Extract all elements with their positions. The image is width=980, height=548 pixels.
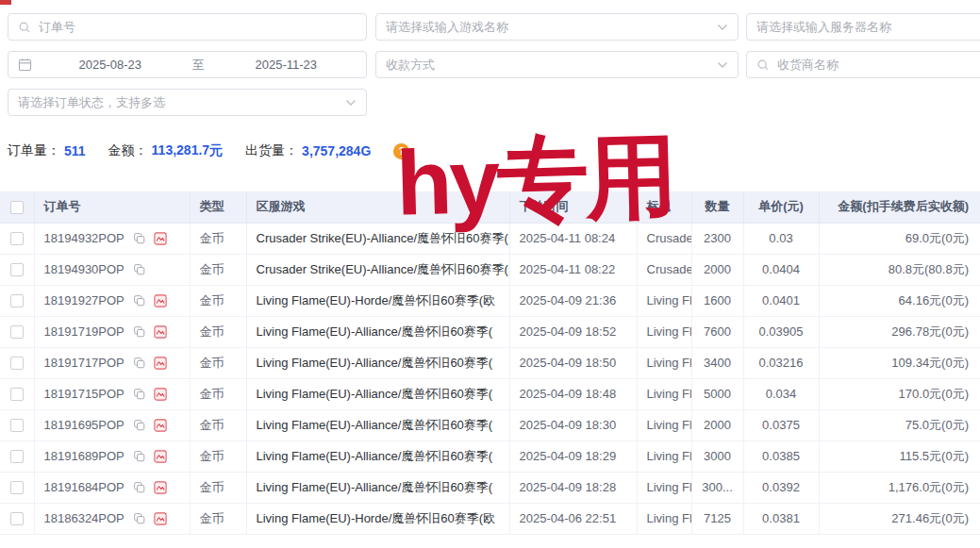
order-time: 2025-04-09 18:52: [520, 324, 617, 339]
image-icon[interactable]: [154, 232, 167, 245]
date-range-picker[interactable]: 2025-08-23 至 2025-11-23: [8, 51, 367, 78]
order-type: 金币: [200, 231, 224, 245]
row-checkbox[interactable]: [10, 357, 24, 370]
order-time: 2025-04-09 18:30: [520, 418, 617, 432]
copy-icon[interactable]: [133, 263, 145, 275]
date-end-value[interactable]: 2025-11-23: [216, 58, 357, 72]
image-icon[interactable]: [154, 481, 167, 494]
image-icon[interactable]: [154, 325, 167, 339]
summary-bar: 订单量：511 金额：113,281.7元 出货量：3,757,284G ?: [8, 142, 409, 159]
payment-method-select[interactable]: 收款方式: [375, 51, 739, 78]
order-type: 金币: [200, 356, 224, 370]
column-header: 金额(扣手续费后实收额): [819, 191, 980, 223]
quantity: 1600: [704, 293, 731, 307]
copy-icon[interactable]: [133, 325, 145, 338]
screenshot-artifact: [0, 0, 11, 5]
amount: 75.0元(0元): [905, 418, 969, 432]
order-number: 18191695POP: [44, 418, 125, 432]
shipment-label: 出货量：: [245, 142, 298, 159]
order-number: 18194930POP: [44, 262, 125, 276]
realm-game: Living Flame(EU)-Alliance/魔兽怀旧60赛季(: [257, 356, 493, 370]
order-number: 18191927POP: [44, 293, 125, 307]
order-count-label: 订单量：: [8, 142, 60, 159]
amount-value: 113,281.7元: [152, 142, 224, 159]
unit-price: 0.0401: [762, 293, 800, 307]
receiver-merchant-field[interactable]: [746, 51, 980, 78]
row-checkbox[interactable]: [10, 388, 24, 401]
copy-icon[interactable]: [133, 357, 145, 369]
amount: 271.46元(0元): [891, 511, 969, 525]
order-time: 2025-04-09 18:28: [520, 480, 617, 494]
unit-price: 0.0375: [762, 418, 800, 432]
column-header: 单价(元): [743, 191, 819, 223]
realm-game: Living Flame(EU)-Alliance/魔兽怀旧60赛季(: [257, 480, 493, 494]
row-checkbox[interactable]: [10, 419, 24, 432]
column-header: 类型: [190, 191, 246, 223]
order-type: 金币: [200, 480, 224, 494]
copy-icon[interactable]: [133, 232, 145, 244]
realm-game: Crusader Strike(EU)-Alliance/魔兽怀旧60赛季(: [257, 262, 508, 276]
image-icon[interactable]: [154, 388, 167, 401]
amount: 64.16元(0元): [899, 293, 969, 307]
amount: 69.0元(0元): [905, 231, 969, 245]
row-checkbox[interactable]: [10, 512, 24, 525]
order-status-select[interactable]: 请选择订单状态，支持多选: [8, 89, 367, 116]
unit-price: 0.034: [766, 387, 797, 401]
unit-price: 0.03: [769, 231, 792, 245]
copy-icon[interactable]: [133, 481, 145, 493]
image-icon[interactable]: [154, 357, 167, 370]
unit-price: 0.03905: [759, 324, 804, 339]
copy-icon[interactable]: [133, 294, 145, 307]
order-time: 2025-04-09 18:50: [520, 356, 617, 370]
server-name-field[interactable]: [746, 13, 980, 41]
help-icon[interactable]: ?: [393, 143, 409, 159]
copy-icon[interactable]: [133, 450, 145, 462]
image-icon[interactable]: [154, 419, 167, 432]
order-title: Crusade: [647, 262, 692, 276]
quantity: 3000: [704, 449, 731, 463]
unit-price: 0.03216: [759, 356, 804, 370]
date-start-value[interactable]: 2025-08-23: [40, 58, 181, 72]
copy-icon[interactable]: [133, 388, 145, 400]
image-icon[interactable]: [154, 450, 167, 463]
row-checkbox[interactable]: [10, 325, 24, 339]
realm-game: Crusader Strike(EU)-Alliance/魔兽怀旧60赛季(: [257, 231, 508, 245]
row-checkbox[interactable]: [10, 294, 24, 307]
unit-price: 0.0404: [762, 262, 800, 276]
order-title: Living Fl: [647, 511, 692, 525]
table-row: 18191717POP金币Living Flame(EU)-Alliance/魔…: [0, 347, 980, 378]
column-header: 区服游戏: [246, 191, 509, 223]
order-type: 金币: [200, 262, 224, 276]
order-count-value: 511: [64, 143, 86, 158]
calendar-icon: [18, 58, 32, 72]
order-number: 18191715POP: [44, 387, 125, 401]
quantity: 7125: [704, 511, 731, 525]
copy-icon[interactable]: [133, 419, 145, 431]
copy-icon[interactable]: [133, 512, 145, 524]
order-number: 18191717POP: [44, 356, 125, 370]
chevron-down-icon: [345, 99, 357, 107]
game-select-placeholder: 请选择或输入游戏名称: [386, 19, 508, 36]
order-number: 18194932POP: [44, 231, 125, 245]
order-time: 2025-04-09 18:48: [520, 387, 617, 401]
image-icon[interactable]: [154, 512, 167, 525]
column-header: 数量: [691, 191, 743, 223]
table-row: 18191927POP金币Living Flame(EU)-Horde/魔兽怀旧…: [0, 285, 980, 316]
order-number-input[interactable]: [39, 20, 357, 34]
row-checkbox[interactable]: [10, 450, 24, 463]
server-name-input[interactable]: [756, 20, 979, 34]
quantity: 7600: [704, 324, 731, 339]
receiver-merchant-input[interactable]: [777, 58, 979, 72]
game-name-select[interactable]: 请选择或输入游戏名称: [375, 13, 739, 41]
row-checkbox[interactable]: [10, 481, 24, 494]
order-title: Living Fl: [647, 480, 692, 494]
image-icon[interactable]: [154, 294, 167, 307]
row-checkbox[interactable]: [10, 263, 24, 276]
table-row: 18194932POP金币Crusader Strike(EU)-Allianc…: [0, 223, 980, 254]
row-checkbox[interactable]: [10, 232, 24, 245]
select-all-checkbox[interactable]: [10, 201, 24, 214]
order-number-search-field[interactable]: [8, 13, 367, 41]
order-title: Living Fl: [647, 293, 692, 307]
unit-price: 0.0385: [762, 449, 800, 463]
payment-select-placeholder: 收款方式: [386, 57, 435, 74]
